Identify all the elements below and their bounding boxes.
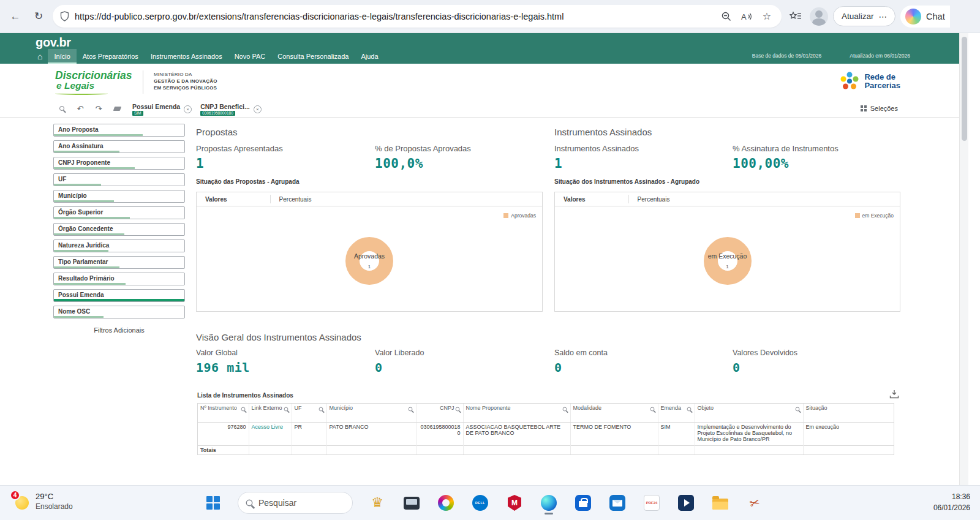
update-button[interactable]: Atualizar ⋯	[833, 6, 895, 26]
kpi-propostas-apresentadas: Propostas Apresentadas 1	[196, 144, 368, 171]
download-icon[interactable]	[889, 390, 899, 401]
step-back-icon[interactable]: ↶	[75, 103, 86, 114]
tab-valores[interactable]: Valores	[564, 196, 586, 203]
search-icon[interactable]	[795, 407, 799, 412]
clear-selections-icon[interactable]	[111, 103, 123, 114]
nav-novo-pac[interactable]: Novo PAC	[228, 49, 272, 64]
totals-row: Totais	[198, 445, 894, 454]
close-icon[interactable]: ×	[184, 105, 192, 113]
close-icon[interactable]: ×	[254, 105, 262, 113]
search-icon[interactable]	[284, 407, 288, 412]
start-button[interactable]	[203, 491, 223, 515]
filter-chip-cnpj-beneficiario[interactable]: CNPJ Benefici... 03061958000180 ×	[200, 101, 262, 116]
page-scrollbar[interactable]	[959, 33, 968, 485]
step-forward-icon[interactable]: ↷	[93, 103, 104, 114]
taskbar-icon-mail[interactable]	[608, 491, 627, 515]
search-icon[interactable]	[408, 407, 412, 412]
legend-swatch	[503, 213, 508, 218]
sidebar-item-uf[interactable]: UF	[53, 173, 185, 186]
col-emenda[interactable]: Emenda	[658, 404, 695, 422]
col-link-externo[interactable]: Link Externo	[249, 404, 292, 422]
search-icon[interactable]	[318, 407, 323, 412]
search-icon[interactable]	[562, 407, 567, 412]
sidebar-item-orgao-concedente[interactable]: Órgão Concedente	[53, 223, 185, 236]
sidebar-item-natureza-juridica[interactable]: Natureza Jurídica	[53, 239, 185, 252]
nav-instrumentos-assinados[interactable]: Instrumentos Assinados	[145, 49, 228, 64]
col-num-instrumento[interactable]: Nº Instrumento	[198, 404, 249, 422]
taskbar-clock[interactable]: 18:36 06/01/2026	[933, 491, 970, 513]
nav-atos-preparatorios[interactable]: Atos Preparatórios	[77, 49, 145, 64]
url-text[interactable]: https://dd-publico.serpro.gov.br/extensi…	[75, 12, 714, 21]
taskbar-icon-mcafee[interactable]	[505, 491, 524, 515]
address-bar[interactable]: https://dd-publico.serpro.gov.br/extensi…	[53, 5, 782, 28]
col-objeto[interactable]: Objeto	[695, 404, 803, 422]
brand-row: Discricionárias e Legais MINISTÉRIO DA G…	[0, 64, 959, 100]
donut-propostas[interactable]: Aprovadas 1	[345, 237, 393, 285]
nav-inicio[interactable]: Início	[48, 49, 76, 64]
selections-toolbar: ↶ ↷ Possui Emenda SIM × CNPJ Benefici...…	[0, 100, 959, 118]
home-icon[interactable]: ⌂	[32, 49, 48, 64]
smart-search-icon[interactable]	[56, 103, 67, 114]
filter-sidebar: Ano Proposta Ano Assinatura CNPJ Propone…	[53, 124, 185, 336]
weather-widget[interactable]: 4 29°C Ensolarado	[13, 489, 73, 511]
more-options-icon: ⋯	[879, 12, 888, 21]
taskbar-icon-app-dark[interactable]	[676, 491, 696, 515]
browser-toolbar: ← ↻ https://dd-publico.serpro.gov.br/ext…	[0, 0, 980, 33]
chart2-tabs: Valores Percentuais	[555, 192, 900, 206]
favorites-icon[interactable]	[786, 7, 805, 26]
refresh-icon[interactable]: ↻	[29, 7, 48, 26]
sidebar-item-orgao-superior[interactable]: Órgão Superior	[53, 206, 185, 219]
nav-ajuda[interactable]: Ajuda	[355, 49, 384, 64]
sidebar-item-ano-assinatura[interactable]: Ano Assinatura	[53, 140, 185, 153]
taskbar-icon-pdf24[interactable]: PDF24	[642, 491, 662, 515]
taskbar-icon-dell[interactable]: DELL	[470, 491, 490, 515]
donut-instrumentos[interactable]: em Execução 1	[704, 237, 752, 285]
nav-consulta-personalizada[interactable]: Consulta Personalizada	[271, 49, 355, 64]
col-uf[interactable]: UF	[292, 404, 326, 422]
taskbar-icon-window[interactable]	[402, 491, 421, 515]
additional-filters-button[interactable]: Filtros Adicionais	[53, 324, 185, 336]
back-icon[interactable]: ←	[6, 7, 24, 26]
table-row[interactable]: 976280 Acesso Livre PR PATO BRANCO 03061…	[198, 422, 894, 445]
sidebar-item-municipio[interactable]: Município	[53, 190, 185, 203]
taskbar-icon-microsoft365[interactable]	[436, 491, 456, 515]
search-icon[interactable]	[241, 407, 245, 412]
read-aloud-icon[interactable]: A	[739, 9, 754, 24]
table-header-row: Nº Instrumento Link Externo UF Município…	[198, 404, 894, 422]
selections-button[interactable]: Seleções	[861, 105, 898, 112]
windows-logo-icon	[206, 496, 220, 510]
copilot-chat-button[interactable]: Chat	[900, 6, 950, 28]
site-info-icon[interactable]	[60, 11, 69, 21]
sidebar-item-ano-proposta[interactable]: Ano Proposta	[53, 124, 185, 137]
scrollbar-thumb[interactable]	[962, 37, 967, 141]
taskbar-icon-store[interactable]	[573, 491, 593, 515]
main-nav: ⌂ Início Atos Preparatórios Instrumentos…	[32, 49, 385, 64]
sidebar-item-possui-emenda[interactable]: Possui Emenda	[53, 289, 185, 302]
search-icon[interactable]	[650, 407, 654, 412]
sidebar-item-tipo-parlamentar[interactable]: Tipo Parlamentar	[53, 256, 185, 269]
col-situacao[interactable]: Situação	[803, 404, 894, 422]
col-modalidade[interactable]: Modalidade	[570, 404, 658, 422]
profile-avatar[interactable]	[810, 7, 828, 26]
search-icon[interactable]	[455, 407, 459, 412]
col-nome-proponente[interactable]: Nome Proponente	[463, 404, 570, 422]
col-cnpj[interactable]: CNPJ	[416, 404, 463, 422]
taskbar-icon-crown[interactable]: ♛	[368, 491, 387, 515]
zoom-out-icon[interactable]	[719, 9, 734, 24]
search-icon[interactable]	[687, 407, 691, 412]
sidebar-item-cnpj-proponente[interactable]: CNPJ Proponente	[53, 157, 185, 170]
sidebar-item-nome-osc[interactable]: Nome OSC	[53, 306, 185, 318]
col-municipio[interactable]: Município	[326, 404, 416, 422]
external-link[interactable]: Acesso Livre	[249, 422, 292, 445]
taskbar-icon-folder[interactable]	[710, 491, 730, 515]
taskbar-search[interactable]: Pesquisar	[238, 492, 353, 514]
bookmark-star-icon[interactable]: ☆	[760, 9, 774, 24]
tab-valores[interactable]: Valores	[205, 196, 227, 203]
ministry-name: MINISTÉRIO DA GESTÃO E DA INOVAÇÃO EM SE…	[154, 72, 217, 91]
taskbar-icon-scissors[interactable]: ✂	[745, 491, 764, 515]
filter-chip-possui-emenda[interactable]: Possui Emenda SIM ×	[132, 101, 192, 116]
taskbar-icon-edge[interactable]	[539, 491, 559, 515]
tab-percentuais[interactable]: Percentuais	[279, 196, 312, 203]
tab-percentuais[interactable]: Percentuais	[638, 196, 670, 203]
sidebar-item-resultado-primario[interactable]: Resultado Primário	[53, 273, 185, 285]
